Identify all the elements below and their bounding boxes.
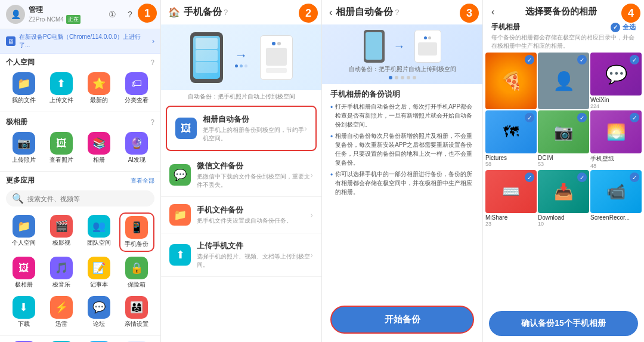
slide-nav-dots (389, 76, 416, 79)
album-check-screenshots: ✓ (577, 55, 587, 64)
notification-arrow-icon: › (152, 37, 154, 45)
album-item-download[interactable]: 📥 ✓ Download 10 (538, 170, 589, 227)
sidebar-item-phone-backup[interactable]: 📱 手机备份 (119, 212, 154, 252)
album-item-weixin[interactable]: 💬 ✓ WeiXin 224 (590, 53, 642, 109)
video-icon: 🎬 (50, 215, 73, 238)
sidebar-item-vault[interactable]: 🔒 保险箱 (119, 254, 154, 291)
menu-item-album-backup[interactable]: 🖼 相册自动备份 把手机上的相册备份到极空间，节约手机空间。 › (166, 106, 317, 151)
sidebar-item-categorize[interactable]: 🏷 分类查看 (119, 70, 154, 107)
polar-album-header: 极相册 ? (6, 117, 154, 127)
check-all-icon: ✓ (611, 23, 620, 32)
menu-item-wechat-backup[interactable]: 💬 微信文件备份 把微信中下载的文件备份到极空间，重要文件不丢失。 › (161, 153, 321, 197)
sidebar-item-forum[interactable]: 💬 论坛 (82, 294, 117, 331)
slide-dot-5[interactable] (413, 76, 416, 79)
slide-dot-4[interactable] (407, 76, 410, 79)
panel-select-albums: 4 ‹ 选择要备份的相册 ✕ 手机相册 ✓ 全选 每个备份的相册都会存储在极空间… (483, 0, 644, 342)
sidebar-item-upload-photo[interactable]: 📷 上传照片 (6, 130, 41, 167)
music-label: 极音乐 (52, 281, 70, 289)
upload-icon: ⬆ (50, 72, 73, 95)
sidebar-item-myfiles[interactable]: 📁 我的文件 (6, 70, 41, 107)
upload-file-content: 上传手机文件 选择手机的照片、视频、文档等上传到极空间。 (197, 241, 310, 269)
album-check-dcim: ✓ (577, 113, 587, 122)
sidebar-item-upload[interactable]: ⬆ 上传文件 (44, 70, 79, 107)
upload-arrow: → (235, 48, 248, 67)
step-badge-2: 2 (299, 4, 318, 23)
nas-illustration (260, 35, 293, 80)
start-backup-button[interactable]: 开始备份 (330, 306, 474, 334)
sidebar-item-settings[interactable]: ⚙ 系统设置 (82, 338, 117, 342)
more-apps-section: 📁 个人空间 🎬 极影视 👥 团队空间 📱 手机备份 🖼 极相册 🎵 极 (0, 209, 160, 334)
select-all-label: 全选 (623, 23, 636, 32)
album-item-camera[interactable]: 🍕 ✓ Camera 1075 (485, 53, 537, 109)
polar-album-help-icon[interactable]: ? (150, 118, 154, 127)
tips-icon[interactable]: ① (106, 8, 119, 21)
menu-item-file-backup[interactable]: 📁 手机文件备份 把手机文件夹设置成自动备份任务。 › (161, 197, 321, 233)
xunlei-icon: ⚡ (50, 296, 73, 319)
search-icon: 🔍 (12, 193, 24, 204)
sidebar-item-download[interactable]: ⬇ 下载 (6, 294, 41, 331)
album-backup-help-icon[interactable]: ? (395, 8, 399, 17)
sidebar-item-personal-space2[interactable]: 📁 个人空间 (6, 212, 41, 252)
slide-dot-2[interactable] (395, 76, 398, 79)
phone-screen-icon (366, 32, 382, 60)
download-icon: ⬇ (13, 296, 35, 319)
album-item-wallpaper[interactable]: 🌅 ✓ 手机壁纸 48 (590, 110, 642, 169)
select-all-button[interactable]: ✓ 全选 (611, 23, 636, 32)
family-icon: 👨‍👩‍👧 (125, 296, 148, 319)
sidebar-item-music[interactable]: 🎵 极音乐 (44, 254, 79, 291)
add-app-button[interactable]: + (119, 338, 154, 342)
sidebar-item-teamspace[interactable]: 👥 团队空间 (82, 212, 117, 252)
album-item-screenshots[interactable]: 👤 ✓ Screenshots 273 (538, 53, 589, 109)
album-backup-content: 相册自动备份 把手机上的相册备份到极空间，节约手机空间。 (203, 114, 304, 143)
sidebar-item-family[interactable]: 👨‍👩‍👧 亲情设置 (119, 294, 154, 331)
album-item-screenrecord[interactable]: 📹 ✓ ScreenRecor... (590, 170, 642, 227)
upload-menu-arrow-icon: › (310, 250, 313, 260)
file-backup-content: 手机文件备份 把手机文件夹设置成自动备份任务。 (197, 205, 310, 225)
notes-icon: 📝 (88, 257, 110, 279)
back-icon[interactable]: 🏠 (168, 7, 180, 18)
album-name-dcim: DCIM (538, 155, 589, 161)
search-input[interactable] (27, 195, 148, 202)
nas-dot-2 (428, 36, 431, 39)
sidebar-item-monitor[interactable]: 📊 设备监控 (44, 338, 79, 342)
nas-body (418, 42, 437, 56)
phone-backup-help-icon[interactable]: ? (224, 8, 228, 17)
sidebar-item-polar-album2[interactable]: 🖼 极相册 (6, 254, 41, 291)
back-icon-3[interactable]: ‹ (329, 7, 332, 18)
download-label: 下载 (18, 320, 30, 328)
menu-item-upload-file[interactable]: ⬆ 上传手机文件 选择手机的照片、视频、文档等上传到极空间。 › (161, 233, 321, 277)
notification-bar[interactable]: 🖥 在新设备PC电脑（Chrome/114.0.0.0）上进行了... › (0, 29, 160, 54)
file-backup-menu-icon: 📁 (169, 204, 191, 226)
album-item-pictures[interactable]: 🗺 ✓ Pictures 58 (485, 110, 537, 169)
album-check-camera: ✓ (525, 55, 534, 64)
notification-icon: 🖥 (6, 36, 16, 46)
section-desc: 每个备份的相册都会存储在极空间的相应目录中，并会在极相册中生产相应的相册。 (483, 33, 644, 53)
sidebar-item-view-photo[interactable]: 🖼 查看照片 (44, 130, 79, 167)
more-apps-grid: 📁 个人空间 🎬 极影视 👥 团队空间 📱 手机备份 🖼 极相册 🎵 极 (6, 212, 154, 291)
section-phone-album: 手机相册 ✓ 全选 (483, 21, 644, 33)
sidebar-item-video[interactable]: 🎬 极影视 (44, 212, 79, 252)
album-name-download: Download (538, 214, 589, 221)
question-icon[interactable]: ? (123, 8, 137, 21)
search-bar[interactable]: 🔍 (6, 190, 154, 207)
album-item-dcim[interactable]: 📷 ✓ DCIM 53 (538, 110, 589, 169)
slide-dot-3[interactable] (401, 76, 404, 79)
sidebar-item-album[interactable]: 📚 相册 (82, 130, 117, 167)
personal-space2-label: 个人空间 (12, 239, 36, 247)
sidebar-item-reader[interactable]: 📖 阅读器 (6, 338, 41, 342)
personal-space-help-icon[interactable]: ? (150, 58, 154, 67)
phone-backup-icon: 📱 (125, 216, 148, 239)
file-menu-arrow-icon: › (310, 210, 313, 220)
sidebar-item-xunlei[interactable]: ⚡ 迅雷 (44, 294, 79, 331)
album-backup-preview: → 自动备份：把手机照片自动上传到极空间 (322, 24, 482, 84)
sidebar-item-notes[interactable]: 📝 记事本 (82, 254, 117, 291)
more-apps-grid-2: ⬇ 下载 ⚡ 迅雷 💬 论坛 👨‍👩‍👧 亲情设置 (6, 294, 154, 331)
slide-dot-1[interactable] (389, 76, 392, 79)
sidebar-item-ai[interactable]: 🔮 AI发现 (119, 130, 154, 167)
view-all-button[interactable]: 查看全部 (131, 177, 154, 185)
album-item-mishare[interactable]: ⌨️ ✓ MiShare 23 (485, 170, 537, 227)
personal-space-header: 个人空间 ? (6, 57, 154, 67)
confirm-backup-button[interactable]: 确认备份15个手机相册 (489, 311, 638, 336)
sidebar-item-recent[interactable]: ⭐ 最新的 (82, 70, 117, 107)
album-name-pictures: Pictures (485, 155, 537, 161)
